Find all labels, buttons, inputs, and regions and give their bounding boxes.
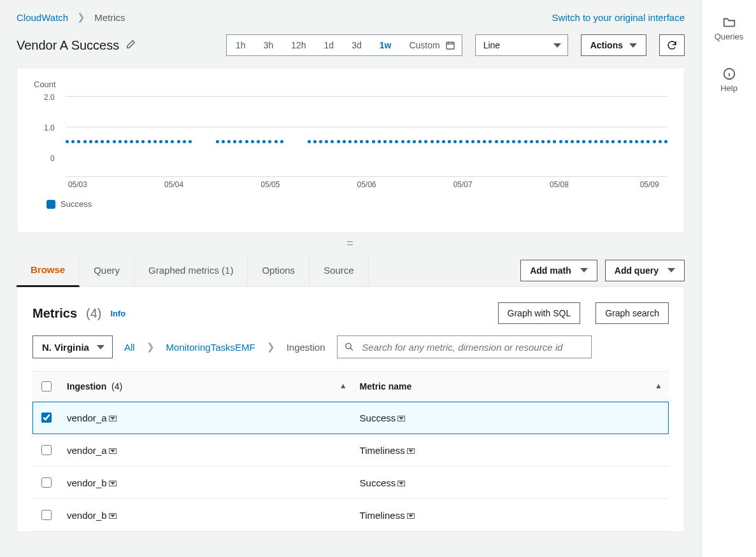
add-query-button[interactable]: Add query: [605, 260, 685, 281]
breadcrumb-root[interactable]: CloudWatch: [17, 12, 68, 23]
caret-down-icon: [399, 482, 404, 485]
cell-ingestion[interactable]: vendor_a: [61, 402, 353, 434]
crumb-dimension: Ingestion: [287, 342, 325, 353]
add-math-button[interactable]: Add math: [520, 260, 597, 281]
chart-type-select[interactable]: Line: [475, 34, 568, 56]
svg-point-1: [345, 343, 350, 348]
chart-x-ticks: 05/03 05/04 05/05 05/06 05/07 05/08 05/0…: [66, 180, 667, 193]
region-select[interactable]: N. Virginia: [32, 335, 113, 358]
range-12h[interactable]: 12h: [282, 35, 315, 55]
actions-button[interactable]: Actions: [581, 34, 646, 56]
metrics-search-input[interactable]: [360, 341, 584, 353]
chevron-right-icon: ❯: [267, 341, 275, 353]
cell-metric[interactable]: Success: [353, 467, 669, 499]
chart-legend: Success: [46, 199, 667, 209]
rail-queries[interactable]: Queries: [715, 15, 744, 41]
chart-y-label: Count: [34, 80, 667, 89]
tab-graphed[interactable]: Graphed metrics (1): [134, 254, 248, 286]
ytick: 1.0: [44, 123, 55, 132]
legend-label: Success: [61, 199, 92, 209]
refresh-icon: [666, 39, 678, 51]
caret-down-icon: [667, 268, 675, 272]
graph-search-button[interactable]: Graph search: [596, 302, 669, 324]
col-ingestion[interactable]: Ingestion (4) ▲: [61, 372, 353, 402]
table-row[interactable]: vendor_a Success: [32, 402, 669, 434]
breadcrumb-current: Metrics: [94, 12, 125, 23]
cell-metric[interactable]: Success: [353, 402, 669, 434]
caret-down-icon: [408, 449, 413, 453]
chevron-right-icon: ❯: [77, 11, 85, 23]
sort-icon: ▲: [655, 381, 662, 390]
row-checkbox[interactable]: [41, 412, 52, 423]
cell-metric[interactable]: Timeliness: [353, 434, 669, 467]
tab-options[interactable]: Options: [248, 254, 310, 286]
edit-title-icon[interactable]: [125, 38, 136, 53]
calendar-icon: [445, 40, 455, 50]
cell-ingestion[interactable]: vendor_b: [61, 467, 353, 499]
crumb-all[interactable]: All: [124, 342, 135, 353]
range-3d[interactable]: 3d: [343, 35, 371, 55]
graph-with-sql-button[interactable]: Graph with SQL: [498, 302, 581, 324]
caret-down-icon: [629, 43, 637, 48]
row-checkbox[interactable]: [41, 510, 52, 520]
ytick: 0: [50, 154, 55, 163]
switch-interface-link[interactable]: Switch to your original interface: [552, 12, 685, 23]
rail-help[interactable]: Help: [720, 67, 738, 93]
caret-down-icon: [110, 449, 115, 453]
caret-down-icon: [110, 482, 115, 485]
range-1d[interactable]: 1d: [315, 35, 343, 55]
sort-icon: ▲: [339, 381, 347, 390]
tab-query[interactable]: Query: [80, 254, 134, 286]
page-title: Vendor A Success: [17, 38, 136, 53]
range-3h[interactable]: 3h: [255, 35, 283, 55]
tab-source[interactable]: Source: [310, 254, 369, 286]
table-row[interactable]: vendor_b Success: [32, 467, 669, 499]
cell-ingestion[interactable]: vendor_a: [61, 434, 353, 467]
metrics-info-link[interactable]: Info: [110, 309, 125, 318]
info-icon: [722, 67, 736, 81]
col-metric-name[interactable]: Metric name ▲: [353, 372, 669, 402]
range-custom[interactable]: Custom: [400, 35, 461, 55]
caret-down-icon: [553, 43, 561, 48]
caret-down-icon: [408, 514, 413, 518]
tab-browse[interactable]: Browse: [17, 255, 80, 287]
right-rail: Queries Help: [701, 0, 756, 557]
cell-ingestion[interactable]: vendor_b: [61, 499, 353, 532]
svg-rect-0: [446, 42, 454, 49]
legend-swatch: [46, 200, 55, 209]
table-row[interactable]: vendor_b Timeliness: [32, 499, 669, 532]
range-1w[interactable]: 1w: [371, 35, 401, 55]
crumb-namespace[interactable]: MonitoringTasksEMF: [166, 342, 255, 353]
caret-down-icon: [97, 345, 104, 349]
cell-metric[interactable]: Timeliness: [353, 499, 669, 532]
range-1h[interactable]: 1h: [227, 35, 255, 55]
metrics-title: Metrics: [32, 306, 77, 321]
refresh-button[interactable]: [659, 34, 685, 56]
search-icon: [344, 341, 355, 353]
caret-down-icon: [580, 268, 588, 272]
chevron-right-icon: ❯: [146, 341, 155, 353]
caret-down-icon: [110, 417, 115, 420]
metrics-browser: Metrics (4) Info Graph with SQL Graph se…: [17, 287, 685, 532]
metrics-count: (4): [86, 306, 101, 321]
metrics-search[interactable]: [337, 335, 592, 358]
metric-chart: Count 2.0 1.0 0 05/03 05/04 05/05 05/06 …: [17, 67, 685, 233]
ytick: 2.0: [44, 93, 55, 102]
table-row[interactable]: vendor_a Timeliness: [32, 434, 669, 467]
chart-series-success: [66, 140, 667, 144]
resize-handle[interactable]: =: [0, 233, 701, 251]
caret-down-icon: [399, 417, 404, 420]
row-checkbox[interactable]: [41, 477, 52, 488]
caret-down-icon: [110, 514, 115, 518]
folder-icon: [722, 15, 736, 29]
time-range-picker: 1h 3h 12h 1d 3d 1w Custom: [226, 34, 462, 56]
metrics-table: Ingestion (4) ▲ Metric name ▲ vendor_a S…: [32, 371, 669, 532]
col-select-all[interactable]: [32, 372, 61, 402]
row-checkbox[interactable]: [41, 445, 52, 455]
